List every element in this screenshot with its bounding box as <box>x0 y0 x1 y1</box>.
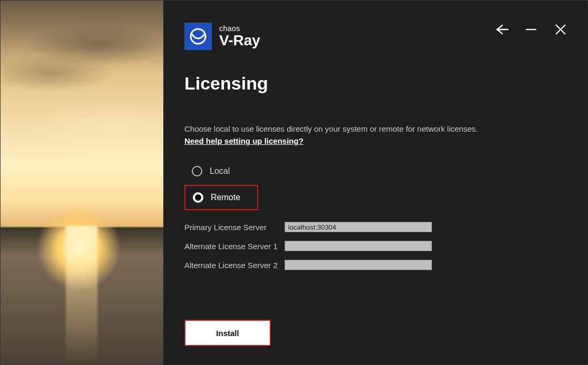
back-button[interactable] <box>495 23 508 36</box>
minimize-button[interactable] <box>524 23 538 36</box>
primary-server-row: Primary License Server <box>184 222 566 232</box>
install-button-label: Install <box>216 329 239 338</box>
radio-local[interactable]: Local <box>184 161 566 182</box>
alt-server-2-input[interactable] <box>285 260 432 270</box>
alt-server-1-label: Alternate License Server 1 <box>184 242 285 251</box>
alt-server-2-label: Alternate License Server 2 <box>184 261 285 270</box>
close-button[interactable] <box>554 23 567 36</box>
content-panel: chaos V-Ray Licensing Choose local to us… <box>163 1 587 364</box>
description-text: Choose local to use licenses directly on… <box>184 124 566 133</box>
brand-top: chaos <box>219 25 260 32</box>
server-fields: Primary License Server Alternate License… <box>184 222 566 270</box>
alt-server-1-row: Alternate License Server 1 <box>184 241 566 251</box>
vray-logo-icon <box>184 23 212 50</box>
license-mode-group: Local Remote <box>184 161 566 210</box>
alt-server-2-row: Alternate License Server 2 <box>184 260 566 270</box>
alt-server-1-input[interactable] <box>285 241 432 251</box>
radio-remote-label: Remote <box>211 193 240 202</box>
window-controls <box>495 23 567 36</box>
installer-window: chaos V-Ray Licensing Choose local to us… <box>0 0 588 365</box>
primary-server-input[interactable] <box>285 222 432 232</box>
radio-local-label: Local <box>210 166 230 176</box>
radio-remote[interactable]: Remote <box>184 185 258 210</box>
page-title: Licensing <box>184 73 566 94</box>
primary-server-label: Primary License Server <box>184 223 285 232</box>
radio-icon <box>193 192 203 203</box>
help-link[interactable]: Need help setting up licensing? <box>184 136 303 145</box>
install-highlight: Install <box>184 320 271 346</box>
brand-main: V-Ray <box>219 33 260 48</box>
product-logo-text: chaos V-Ray <box>219 25 260 48</box>
radio-icon <box>192 166 202 176</box>
hero-image-sunset <box>1 1 163 364</box>
install-button[interactable]: Install <box>188 323 267 342</box>
